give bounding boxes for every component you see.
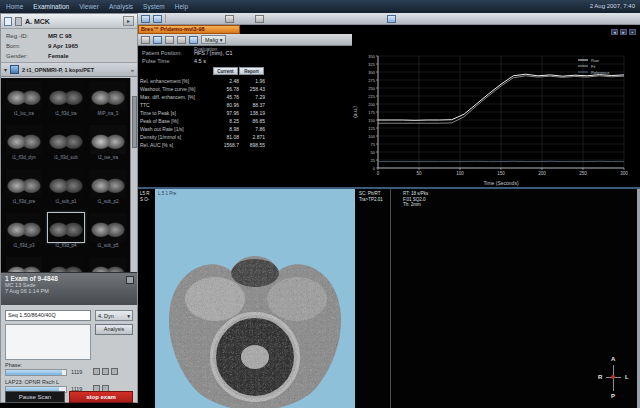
next-icon[interactable]: ▸ [620,29,627,35]
thumbnail-image[interactable] [90,169,126,198]
save-icon[interactable] [153,15,162,23]
menu-bar: HomeExaminationViewerAnalysisSystemHelp [0,0,640,13]
chevron-down-icon: ▾ [127,313,130,319]
menu-item-analysis[interactable]: Analysis [109,3,133,10]
mri-colormap-view[interactable]: L.5 1 Pre [155,189,355,408]
stop-exam-button[interactable]: stop exam [69,391,133,403]
table-header: CurrentReport [213,67,264,75]
series-thumbnail[interactable]: t1_fl3d_tra [46,80,86,124]
gallery-scrollbar[interactable] [130,78,137,272]
scan-controls-panel: Seq 1.50/8640/40Q 4. Dyn ▾ Analysis Phas… [1,305,137,402]
param-current-value: 80.96 [214,102,239,108]
series-thumbnail[interactable]: t1_sub_p8 [88,256,128,272]
menu-item-system[interactable]: System [143,3,165,10]
eraser-icon[interactable] [255,15,264,23]
series-thumbnail[interactable]: t1_fl3d_p4 [46,212,86,256]
pause-scan-button[interactable]: Pause Scan [5,391,65,403]
thumbnail-image[interactable] [48,257,84,272]
menu-item-home[interactable]: Home [6,3,23,10]
series-thumbnail[interactable]: t2_tse_tra [88,124,128,168]
option-icon[interactable] [102,368,109,375]
thumbnail-image[interactable] [6,81,42,110]
info-label: Reg.-ID: [6,33,48,39]
analysis-button[interactable]: Analysis [95,324,133,335]
thumbnail-caption: t1_fl3d_p3 [4,243,44,248]
svg-text:325: 325 [368,62,375,67]
series-thumbnail[interactable]: t1_sub_p1 [46,168,86,212]
zoom-icon[interactable] [165,36,174,44]
series-thumbnail[interactable]: t1_loc_tra [4,80,44,124]
thumbnail-image[interactable] [48,81,84,110]
param-current-value: 45.76 [214,94,239,100]
dicom-info-value: 4.5 s [194,58,206,64]
prev-icon[interactable]: ◂ [611,29,618,35]
thumbnail-image[interactable] [48,169,84,198]
thumbnail-image[interactable] [6,125,42,154]
thumbnail-image[interactable] [90,213,126,242]
series-thumbnail[interactable]: t1_fl3d_sub [46,124,86,168]
dyn-dropdown[interactable]: 4. Dyn ▾ [95,310,133,321]
series-thumbnail[interactable]: t1_sub_p5 [88,212,128,256]
patient-header: A. MCK ▸ [1,14,137,29]
series-selector[interactable]: ▾ 2 t1_OPNMRI-P, 1 kops/PET » [1,62,137,77]
gallery-scroll-thumb[interactable] [132,96,137,148]
series-thumbnail[interactable]: MIP_tra_3 [88,80,128,124]
thumbnail-caption: t1_loc_tra [4,111,44,116]
svg-text:250: 250 [579,171,587,176]
sidebar-collapse-button[interactable]: ▸ [123,16,134,26]
thumbnail-image[interactable] [6,257,42,272]
param-label: Washout, Time curve [%] [140,86,195,92]
pointer-icon[interactable] [141,36,150,44]
malignancy-dropdown[interactable]: Malig ▾ [201,35,226,44]
thumbnail-image[interactable] [90,125,126,154]
svg-text:250: 250 [368,86,375,91]
time-intensity-chart[interactable]: 0255075100125150175200225250275300325350… [352,46,640,187]
series-thumbnail[interactable]: t1_fl3d_p3 [4,212,44,256]
close-icon[interactable]: ▪ [629,29,636,35]
thumbnail-caption: t1_sub_p2 [88,199,128,204]
active-window-title[interactable]: Bres™ Pr\demo-mv\3-98 [138,25,240,34]
secondary-view-quadrant[interactable]: SC: Ph/RT Tra>TP2.01 RT: 18 s/Pks F.01 S… [355,189,640,408]
table-header-cell[interactable]: Current [213,67,238,75]
option-icon[interactable] [111,368,118,375]
exam-icon[interactable] [126,276,134,284]
layout-icon[interactable] [225,15,234,23]
thumbnail-image[interactable] [48,213,84,242]
menu-item-viewer[interactable]: Viewer [79,3,99,10]
mri-image-quadrant[interactable]: L5 R S O- [138,189,355,408]
pencil-icon[interactable] [177,36,186,44]
phase-option-icons [93,368,118,375]
series-thumbnail[interactable]: t1_fl3d_p6 [4,256,44,272]
svg-text:125: 125 [368,126,375,131]
param-label: TTC [140,102,150,108]
menu-item-examination[interactable]: Examination [33,3,69,10]
series-thumbnail[interactable]: t1_fl3d_pre [4,168,44,212]
option-icon[interactable] [93,368,100,375]
menu-item-help[interactable]: Help [175,3,188,10]
table-header-cell[interactable]: Report [239,67,264,75]
main-toolbar [138,13,640,25]
thumbnail-image[interactable] [6,213,42,242]
thumbnail-image[interactable] [90,81,126,110]
dyn-dropdown-value: 4. Dyn [98,313,114,319]
svg-text:300: 300 [620,171,628,176]
capture-icon[interactable] [387,15,396,23]
series-thumbnail[interactable]: t1_sub_p7 [46,256,86,272]
exam-section-header[interactable]: 1 Exam of 9-4848 MC 13 Sede 7 Aug 06 1:1… [1,272,137,305]
sequence-input[interactable]: Seq 1.50/8640/40Q [5,310,91,321]
thumbnail-image[interactable] [48,125,84,154]
chevron-down-icon[interactable]: ▾ [4,66,7,73]
roi-icon[interactable] [153,36,162,44]
chevron-right-icon[interactable]: » [131,67,134,73]
thumbnail-image[interactable] [6,169,42,198]
phase-value: 1119 [71,369,82,375]
sequence-listbox[interactable] [5,324,91,360]
pin-icon[interactable] [15,17,22,26]
lock-icon[interactable] [189,36,198,44]
open-icon[interactable] [141,15,150,23]
thumbnail-image[interactable] [90,257,126,272]
series-thumbnail[interactable]: t1_fl3d_dyn [4,124,44,168]
series-label: 2 t1_OPNMRI-P, 1 kops/PET [22,67,128,73]
patient-info-row: Born:9 Apr 1965 [6,41,132,51]
series-thumbnail[interactable]: t1_sub_p2 [88,168,128,212]
